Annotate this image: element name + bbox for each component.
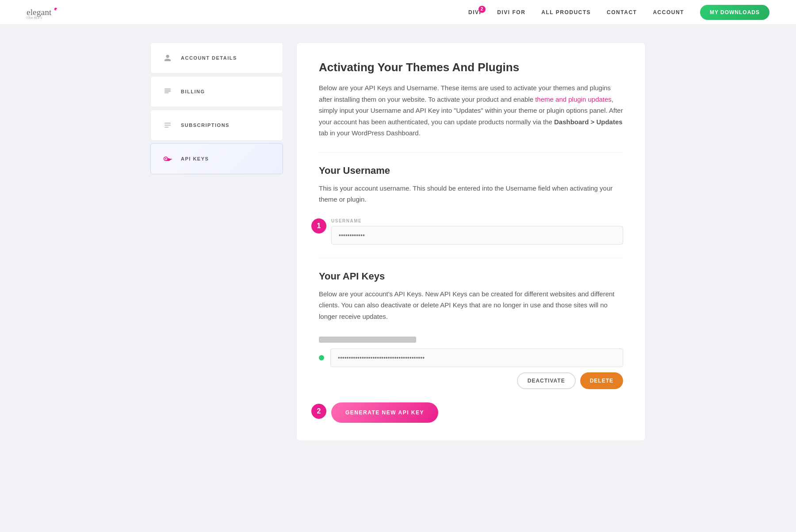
api-key-label-row <box>319 335 623 343</box>
annotation-1: 1 <box>311 218 326 233</box>
sidebar-item-billing[interactable]: BILLING <box>150 76 283 107</box>
username-input[interactable] <box>331 226 623 245</box>
api-keys-label: API KEYS <box>181 156 209 161</box>
username-section-title: Your Username <box>319 165 623 176</box>
nav-all-products[interactable]: ALL PRODUCTS <box>541 9 591 15</box>
nav-account[interactable]: ACCOUNT <box>653 9 684 15</box>
delete-button[interactable]: DELETE <box>580 372 623 389</box>
generate-api-key-button[interactable]: GENERATE NEW API KEY <box>331 402 438 423</box>
sidebar-item-account-details[interactable]: ACCOUNT DETAILS <box>150 42 283 73</box>
billing-icon <box>161 85 174 98</box>
account-details-label: ACCOUNT DETAILS <box>181 55 237 61</box>
sidebar: ACCOUNT DETAILS BILLING SUBSCRIPTIONS <box>150 42 283 441</box>
person-icon <box>161 52 174 64</box>
key-icon <box>161 153 174 165</box>
theme-plugin-updates-link[interactable]: theme and plugin updates <box>535 96 612 103</box>
nav-divi[interactable]: DIVI 2 <box>468 9 481 15</box>
username-label: USERNAME <box>331 218 623 223</box>
api-key-blurred-label <box>319 337 416 343</box>
api-key-row <box>319 348 623 367</box>
divider-1 <box>319 152 623 153</box>
divi-badge: 2 <box>478 6 486 13</box>
action-row: DEACTIVATE DELETE <box>319 372 623 389</box>
api-keys-section: DEACTIVATE DELETE 2 GENERATE NEW API KEY <box>319 335 623 423</box>
generate-row: 2 GENERATE NEW API KEY <box>319 400 623 423</box>
content-area: Activating Your Themes And Plugins Below… <box>296 42 646 441</box>
username-field-wrapper: 1 USERNAME <box>319 218 623 245</box>
divider-2 <box>319 258 623 258</box>
svg-text:✦: ✦ <box>55 8 57 11</box>
nav-divi-for[interactable]: DIVI FOR <box>497 9 525 15</box>
subscriptions-icon <box>161 119 174 131</box>
deactivate-button[interactable]: DEACTIVATE <box>517 372 576 389</box>
main-nav: DIVI 2 DIVI FOR ALL PRODUCTS CONTACT ACC… <box>468 5 769 20</box>
logo-svg: elegant themes ✦ <box>27 4 66 21</box>
header: elegant themes ✦ DIVI 2 DIVI FOR ALL PRO… <box>0 0 796 25</box>
sidebar-item-subscriptions[interactable]: SUBSCRIPTIONS <box>150 110 283 141</box>
nav-contact[interactable]: CONTACT <box>607 9 637 15</box>
annotation-2: 2 <box>311 404 326 419</box>
dashboard-updates-text: Dashboard > Updates <box>554 118 623 126</box>
page-title: Activating Your Themes And Plugins <box>319 61 623 74</box>
sidebar-item-api-keys[interactable]: API KEYS <box>150 143 283 174</box>
api-keys-section-title: Your API Keys <box>319 271 623 282</box>
billing-label: BILLING <box>181 89 205 94</box>
logo[interactable]: elegant themes ✦ <box>27 4 66 21</box>
active-status-dot <box>319 355 324 360</box>
api-key-input[interactable] <box>330 348 623 367</box>
api-keys-desc: Below are your account's API Keys. New A… <box>319 288 623 322</box>
subscriptions-label: SUBSCRIPTIONS <box>181 122 230 128</box>
my-downloads-button[interactable]: MY DOWNLOADS <box>700 5 769 20</box>
intro-paragraph: Below are your API Keys and Username. Th… <box>319 82 623 139</box>
main-container: ACCOUNT DETAILS BILLING SUBSCRIPTIONS <box>142 42 654 441</box>
username-desc: This is your account username. This shou… <box>319 183 623 205</box>
svg-text:themes: themes <box>27 15 43 20</box>
